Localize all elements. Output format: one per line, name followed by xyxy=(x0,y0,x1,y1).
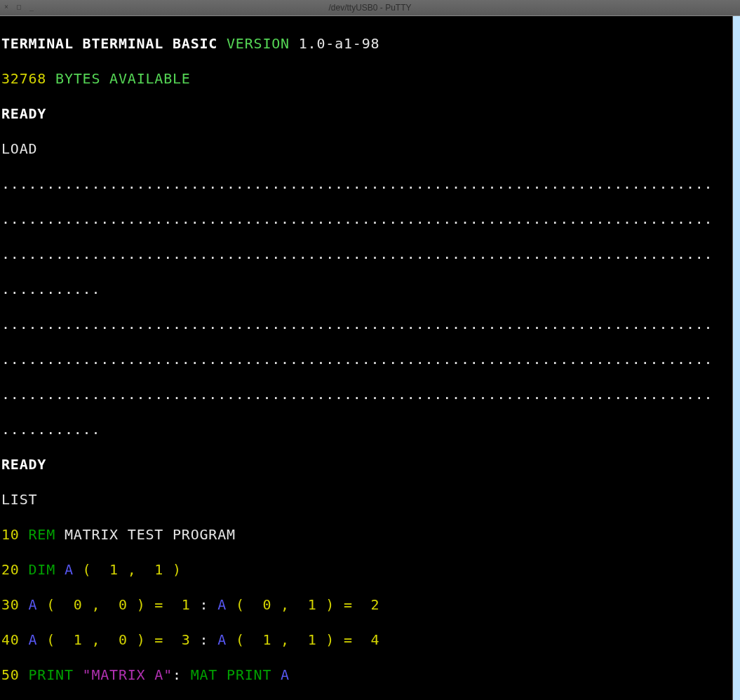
expr: ( 0 , 1 ) = xyxy=(227,596,362,613)
line-number: 50 xyxy=(1,666,29,683)
variable: A xyxy=(29,631,38,648)
variable: A xyxy=(217,596,227,613)
minimize-icon[interactable]: _ xyxy=(29,4,36,11)
progress-dots: ........................................… xyxy=(1,316,740,333)
expr: ( 0 , 0 ) = xyxy=(37,596,173,613)
keyword: REM xyxy=(29,526,65,543)
load-command: LOAD xyxy=(1,140,740,158)
progress-dots: ........... xyxy=(1,281,740,298)
progress-dots: ........................................… xyxy=(1,210,740,228)
close-icon[interactable]: × xyxy=(4,4,11,11)
progress-dots: ........................................… xyxy=(1,175,740,193)
line-number: 10 xyxy=(1,526,29,543)
version-value: 1.0-a1-98 xyxy=(299,35,380,52)
line-number: 20 xyxy=(1,561,29,578)
number: 2 xyxy=(362,596,380,613)
keyword: DIM xyxy=(29,561,65,578)
ready-prompt: READY xyxy=(1,456,740,473)
list-command: LIST xyxy=(1,491,740,509)
line-number: 40 xyxy=(1,631,29,648)
bytes-number: 32768 xyxy=(1,70,46,87)
sep: : xyxy=(200,596,218,613)
progress-dots: ........... xyxy=(1,421,740,438)
ready-prompt: READY xyxy=(1,105,740,123)
expr: ( 1 , 0 ) = xyxy=(37,631,173,648)
variable: A xyxy=(217,631,227,648)
number: 1 xyxy=(173,596,200,613)
variable: A xyxy=(65,561,74,578)
progress-dots: ........................................… xyxy=(1,386,740,403)
comment-text: MATRIX TEST PROGRAM xyxy=(65,526,236,543)
window-titlebar: × □ _ /dev/ttyUSB0 - PuTTY xyxy=(0,0,740,16)
string: "MATRIX A" xyxy=(83,666,173,683)
progress-dots: ........................................… xyxy=(1,245,740,263)
sep: : xyxy=(173,666,191,683)
expr: ( 1 , 1 ) = xyxy=(227,631,362,648)
terminal-output[interactable]: TERMINAL BTERMINAL BASIC VERSION 1.0-a1-… xyxy=(0,16,740,700)
keyword: PRINT xyxy=(29,666,83,683)
scrollbar[interactable] xyxy=(732,16,740,700)
progress-dots: ........................................… xyxy=(1,351,740,368)
line-number: 30 xyxy=(1,596,29,613)
args: ( 1 , 1 ) xyxy=(74,561,182,578)
window-title: /dev/ttyUSB0 - PuTTY xyxy=(328,3,411,13)
number: 3 xyxy=(173,631,200,648)
bytes-label: BYTES AVAILABLE xyxy=(46,70,190,87)
sep: : xyxy=(200,631,218,648)
keyword: MAT PRINT xyxy=(191,666,281,683)
maximize-icon[interactable]: □ xyxy=(17,4,24,11)
app-name: TERMINAL BTERMINAL BASIC xyxy=(1,35,217,52)
version-label: VERSION xyxy=(217,35,299,52)
number: 4 xyxy=(362,631,380,648)
variable: A xyxy=(29,596,38,613)
variable: A xyxy=(281,666,290,683)
